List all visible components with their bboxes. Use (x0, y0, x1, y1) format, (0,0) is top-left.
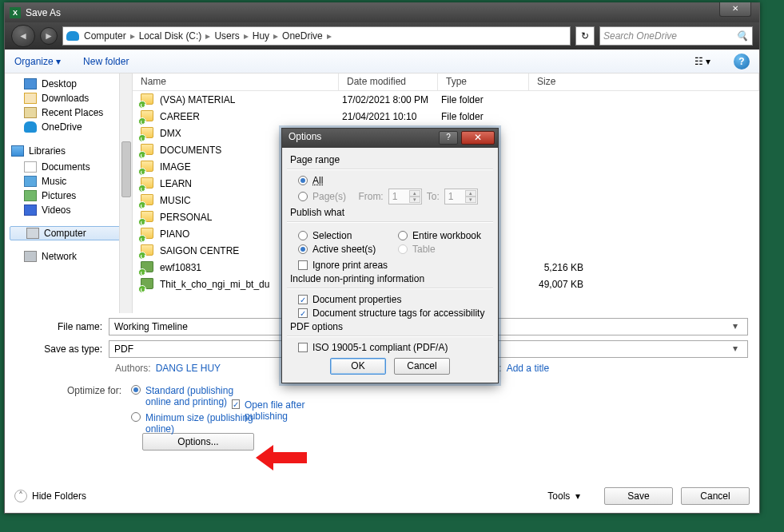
excel-icon: X (10, 7, 21, 18)
range-pages-radio[interactable]: Page(s) From: 1▴▾ To: 1▴▾ (298, 189, 490, 204)
col-date[interactable]: Date modified (339, 73, 438, 90)
tree-item[interactable]: OneDrive (6, 120, 130, 134)
iso-checkbox[interactable]: ISO 19005-1 compliant (PDF/A) (298, 342, 490, 353)
tree-item[interactable]: Recent Places (6, 105, 130, 120)
breadcrumb[interactable]: Computer▸ Local Disk (C:)▸ Users▸ Huy▸ O… (62, 26, 571, 46)
search-icon: 🔍 (736, 30, 748, 42)
tree-item[interactable]: Downloads (6, 91, 130, 105)
window-title: Save As (26, 7, 754, 18)
close-button[interactable]: ✕ (719, 2, 751, 17)
modal-close-button[interactable]: ✕ (461, 131, 495, 145)
authors-value[interactable]: DANG LE HUY (156, 363, 221, 374)
open-after-checkbox[interactable]: ✓Open file after publishing (232, 399, 328, 422)
toolbar: Organize ▾ New folder ☷ ▾ ? (5, 50, 759, 73)
back-button[interactable]: ◄ (11, 25, 35, 47)
crumb[interactable]: Local Disk (C:) (139, 30, 202, 42)
search-input[interactable]: Search OneDrive 🔍 (599, 26, 753, 46)
forward-button[interactable]: ► (40, 27, 58, 45)
group-page-range: Page range (290, 154, 490, 165)
save-button[interactable]: Save (604, 487, 673, 505)
help-button[interactable]: ? (734, 54, 750, 69)
from-spinner[interactable]: 1▴▾ (388, 189, 422, 204)
view-button[interactable]: ☷ ▾ (694, 53, 711, 70)
crumb[interactable]: Huy (253, 30, 269, 42)
tree-item[interactable]: Music (6, 174, 130, 189)
modal-help-button[interactable]: ? (439, 131, 458, 145)
cancel-button[interactable]: Cancel (681, 487, 750, 505)
tree-item-network[interactable]: Network (6, 249, 130, 264)
tree-item-computer[interactable]: Computer (10, 226, 127, 240)
savetype-label: Save as type: (16, 343, 109, 355)
column-headers[interactable]: Name Date modified Type Size (133, 73, 759, 91)
publish-table-radio: Table (398, 244, 490, 255)
to-spinner[interactable]: 1▴▾ (444, 189, 478, 204)
list-item[interactable]: CAREER21/04/2021 10:10File folder (133, 108, 759, 125)
tree-scrollbar[interactable] (119, 73, 132, 313)
modal-titlebar[interactable]: Options ? ✕ (282, 129, 498, 148)
crumb[interactable]: Users (214, 30, 239, 42)
nav-tree[interactable]: DesktopDownloadsRecent PlacesOneDrive Li… (5, 73, 133, 313)
crumb[interactable]: Computer (84, 30, 126, 42)
tree-item[interactable]: Videos (6, 203, 130, 217)
group-publish-what: Publish what (290, 207, 490, 218)
modal-ok-button[interactable]: OK (330, 358, 386, 375)
tree-item[interactable]: Documents (6, 160, 130, 174)
optimize-label: Optimize for: (67, 385, 121, 396)
group-pdf-options: PDF options (290, 321, 490, 332)
filename-label: File name: (16, 321, 109, 332)
publish-workbook-radio[interactable]: Entire workbook (398, 230, 490, 241)
doc-properties-checkbox[interactable]: ✓Document properties (298, 294, 490, 305)
hide-folders-button[interactable]: ˄Hide Folders (14, 490, 86, 502)
optimize-minimum-radio[interactable]: Minimum size (publishing online) (131, 412, 257, 435)
new-folder-button[interactable]: New folder (83, 56, 129, 67)
organize-menu[interactable]: Organize ▾ (14, 56, 61, 67)
authors-label: Authors: (115, 363, 151, 374)
modal-cancel-button[interactable]: Cancel (394, 358, 450, 375)
col-name[interactable]: Name (133, 73, 339, 90)
list-item[interactable]: (VSA) MATERIAL17/02/2021 8:00 PMFile fol… (133, 91, 759, 108)
options-button[interactable]: Options... (142, 433, 254, 451)
ignore-print-areas-checkbox[interactable]: Ignore print areas (298, 260, 490, 271)
col-type[interactable]: Type (438, 73, 529, 90)
publish-active-radio[interactable]: Active sheet(s) (298, 244, 390, 255)
libraries-header[interactable]: Libraries (6, 142, 130, 160)
range-all-radio[interactable]: All (298, 175, 490, 186)
footer: ˄Hide Folders Tools ▾ Save Cancel (14, 487, 750, 505)
nav-bar: ◄ ► Computer▸ Local Disk (C:)▸ Users▸ Hu… (5, 22, 759, 50)
tools-menu[interactable]: Tools ▾ (547, 490, 580, 502)
crumb[interactable]: OneDrive (282, 30, 323, 42)
modal-title: Options (289, 131, 321, 142)
col-size[interactable]: Size (529, 73, 759, 90)
doc-tags-checkbox[interactable]: ✓Document structure tags for accessibili… (298, 308, 490, 319)
publish-selection-radio[interactable]: Selection (298, 230, 390, 241)
tree-item[interactable]: Pictures (6, 189, 130, 203)
refresh-button[interactable]: ↻ (575, 26, 595, 46)
options-dialog: Options ? ✕ Page range All Page(s) From:… (281, 128, 499, 383)
group-nonprinting: Include non-printing information (290, 273, 490, 284)
onedrive-icon (66, 31, 79, 41)
callout-arrow (256, 445, 307, 469)
tree-item[interactable]: Desktop (6, 77, 130, 91)
search-placeholder: Search OneDrive (603, 30, 677, 42)
title-input[interactable]: Add a title (507, 363, 549, 374)
titlebar[interactable]: X Save As ✕ (5, 3, 759, 22)
